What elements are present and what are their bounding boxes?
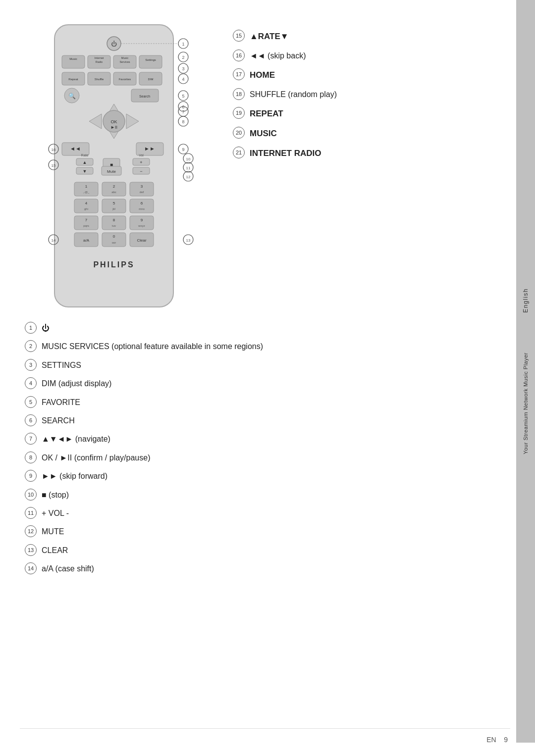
ann-num-10: 10 bbox=[25, 489, 37, 501]
page-footer: EN 9 bbox=[486, 736, 508, 744]
ann-num-3: 3 bbox=[25, 359, 37, 371]
ann-3: 3 SETTINGS bbox=[25, 359, 461, 371]
svg-text:▼: ▼ bbox=[83, 169, 87, 174]
ann-1: 1 ⏻ bbox=[25, 322, 461, 334]
ann-8: 8 OK / ►II (confirm / play/pause) bbox=[25, 452, 461, 463]
ann-13: 13 CLEAR bbox=[25, 544, 461, 556]
svg-text:DIM: DIM bbox=[148, 78, 154, 81]
ann-text-14: a/A (case shift) bbox=[42, 562, 94, 574]
en-label: EN bbox=[486, 736, 496, 744]
svg-text:7: 7 bbox=[85, 218, 88, 222]
svg-text:12: 12 bbox=[186, 175, 191, 179]
ann-num-12: 12 bbox=[25, 525, 37, 537]
ann-6: 6 SEARCH bbox=[25, 414, 461, 426]
svg-rect-14 bbox=[139, 55, 162, 68]
svg-text:16: 16 bbox=[52, 148, 56, 152]
svg-text:oor: oor bbox=[112, 241, 116, 244]
annotation-15: 15 ▲RATE▼ bbox=[233, 30, 481, 43]
svg-text:15: 15 bbox=[52, 163, 56, 168]
page-number: 9 bbox=[504, 736, 508, 744]
svg-text:PHILIPS: PHILIPS bbox=[93, 260, 134, 269]
svg-text:1: 1 bbox=[85, 184, 88, 189]
svg-text:0: 0 bbox=[113, 234, 115, 239]
svg-text:Music: Music bbox=[69, 57, 77, 60]
remote-control: ⏻ 1 Music Internet Radio Music Services … bbox=[25, 20, 218, 317]
ann-12: 12 MUTE bbox=[25, 525, 461, 537]
svg-text:🔍: 🔍 bbox=[68, 92, 76, 100]
svg-text:7: 7 bbox=[182, 109, 184, 114]
svg-text:1: 1 bbox=[182, 42, 184, 47]
ann-text-2: MUSIC SERVICES (optional feature availab… bbox=[42, 340, 263, 352]
svg-text:OK: OK bbox=[110, 119, 117, 124]
svg-text:def: def bbox=[140, 191, 144, 194]
svg-text:Clear: Clear bbox=[137, 238, 146, 243]
num-18: 18 bbox=[233, 88, 245, 100]
svg-text:▲: ▲ bbox=[83, 160, 87, 165]
text-18: SHUFFLE (random play) bbox=[250, 88, 337, 100]
svg-text:2: 2 bbox=[113, 184, 115, 189]
svg-text:13: 13 bbox=[186, 238, 191, 243]
svg-text:►►: ►► bbox=[144, 146, 155, 151]
svg-text:6: 6 bbox=[141, 201, 143, 205]
svg-text:a/A: a/A bbox=[83, 238, 90, 243]
svg-text:Internet: Internet bbox=[95, 56, 104, 59]
svg-text:Services: Services bbox=[119, 60, 130, 63]
svg-text:Radio: Radio bbox=[96, 60, 103, 63]
annotation-17: 17 HOME bbox=[233, 68, 481, 81]
ann-num-6: 6 bbox=[25, 414, 37, 426]
right-annotations: 15 ▲RATE▼ 16 ◄◄ (skip back) 17 HOME 18 S… bbox=[233, 30, 481, 166]
svg-text:Shuffle: Shuffle bbox=[95, 78, 104, 81]
text-16: ◄◄ (skip back) bbox=[250, 50, 306, 61]
num-15: 15 bbox=[233, 30, 245, 42]
ann-text-3: SETTINGS bbox=[42, 359, 81, 371]
ann-text-4: DIM (adjust display) bbox=[42, 377, 111, 389]
svg-text:Rate: Rate bbox=[81, 153, 89, 157]
svg-text:pqrs: pqrs bbox=[83, 224, 89, 227]
ann-text-13: CLEAR bbox=[42, 544, 68, 556]
sidebar-product: Your Streamium Network Music Player bbox=[523, 353, 529, 454]
sidebar-english: English bbox=[522, 288, 529, 313]
num-16: 16 bbox=[233, 50, 245, 61]
annotation-20: 20 MUSIC bbox=[233, 127, 481, 140]
num-19: 19 bbox=[233, 107, 245, 119]
svg-text:10: 10 bbox=[186, 157, 191, 161]
ann-num-11: 11 bbox=[25, 507, 37, 519]
svg-text:ghi: ghi bbox=[84, 207, 88, 210]
svg-text:3: 3 bbox=[141, 184, 143, 189]
num-20: 20 bbox=[233, 127, 245, 139]
ann-text-7: ▲▼◄► (navigate) bbox=[42, 433, 110, 445]
annotation-16: 16 ◄◄ (skip back) bbox=[233, 50, 481, 61]
annotation-19: 19 REPEAT bbox=[233, 107, 481, 120]
text-19: REPEAT bbox=[250, 107, 283, 120]
svg-text:6: 6 bbox=[182, 104, 184, 109]
svg-text:8: 8 bbox=[182, 119, 184, 124]
ann-num-1: 1 bbox=[25, 322, 37, 334]
text-21: INTERNET RADIO bbox=[250, 147, 321, 159]
svg-text:mno: mno bbox=[139, 207, 145, 210]
ann-text-10: ■ (stop) bbox=[42, 489, 69, 501]
ann-text-8: OK / ►II (confirm / play/pause) bbox=[42, 452, 150, 463]
svg-text:Search: Search bbox=[139, 95, 150, 98]
ann-9: 9 ►► (skip forward) bbox=[25, 470, 461, 482]
svg-text:wxyz: wxyz bbox=[138, 224, 145, 227]
svg-text:9: 9 bbox=[141, 218, 143, 222]
svg-text:9: 9 bbox=[182, 147, 184, 152]
bottom-divider bbox=[20, 728, 510, 729]
num-17: 17 bbox=[233, 68, 245, 80]
svg-text:Settings: Settings bbox=[145, 58, 156, 61]
ann-text-9: ►► (skip forward) bbox=[42, 470, 107, 482]
svg-text:14: 14 bbox=[52, 238, 56, 243]
svg-text:Repeat: Repeat bbox=[68, 78, 78, 81]
ann-num-7: 7 bbox=[25, 433, 37, 445]
ann-num-2: 2 bbox=[25, 340, 37, 352]
ann-num-14: 14 bbox=[25, 562, 37, 574]
ann-11: 11 + VOL - bbox=[25, 507, 461, 519]
annotation-18: 18 SHUFFLE (random play) bbox=[233, 88, 481, 100]
svg-text:4: 4 bbox=[85, 201, 88, 205]
svg-text:◄◄: ◄◄ bbox=[70, 146, 81, 151]
svg-text:Music: Music bbox=[121, 56, 129, 59]
ann-2: 2 MUSIC SERVICES (optional feature avail… bbox=[25, 340, 461, 352]
ann-text-11: + VOL - bbox=[42, 507, 69, 519]
ann-num-9: 9 bbox=[25, 470, 37, 482]
text-17: HOME bbox=[250, 68, 275, 81]
